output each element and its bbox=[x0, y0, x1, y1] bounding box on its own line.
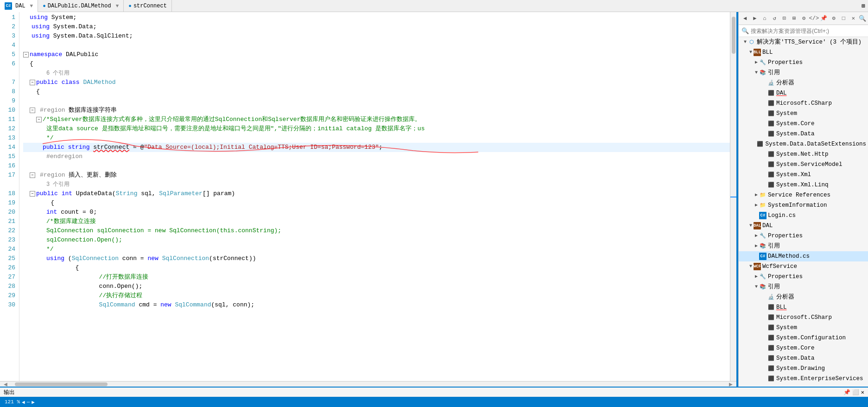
bll-ref-sysdataext[interactable]: ▶ ⬛ System.Data.DataSetExtensions bbox=[739, 139, 868, 149]
sol-close-btn[interactable]: ✕ bbox=[849, 14, 858, 23]
code-line-13: */ bbox=[23, 134, 730, 143]
wcf-ref-syscore[interactable]: ▶ ⬛ System.Core bbox=[739, 343, 868, 353]
sol-tools-btn[interactable]: ⚙ bbox=[799, 14, 808, 23]
wcf-project[interactable]: ▼ WCF WcfService bbox=[739, 261, 868, 272]
dal-references[interactable]: ▶ 📚 引用 bbox=[739, 241, 868, 251]
output-float-icon[interactable]: ⬜ bbox=[852, 389, 859, 396]
tab-strconnect-label: strConnect bbox=[133, 3, 167, 9]
dal-dalmethod-cs[interactable]: ▶ C# DALMethod.cs bbox=[739, 251, 868, 261]
wcf-ref-sysent[interactable]: ▶ ⬛ System.EnterpriseServices bbox=[739, 374, 868, 384]
wcf-sysconfg-label: System.Configuration bbox=[776, 333, 846, 343]
dal-properties[interactable]: ▶ 🔧 Properties bbox=[739, 231, 868, 241]
sol-expand-btn[interactable]: □ bbox=[839, 14, 848, 23]
sol-search-icon[interactable]: 🔍 bbox=[859, 15, 866, 22]
output-pin-icon[interactable]: 📌 bbox=[843, 389, 850, 396]
line-numbers: 1 2 3 4 5 6 7 8 9 10 11 12 13 14 15 16 bbox=[0, 12, 19, 381]
solution-root[interactable]: ▼ ⬡ 解决方案'TTS_Service' (3 个项目) bbox=[739, 37, 868, 47]
collapse-18[interactable]: − bbox=[30, 191, 35, 197]
wcf-sysdata-label: System.Data bbox=[776, 353, 815, 363]
bll-ref-dal[interactable]: ▶ ⬛ DAL bbox=[739, 88, 868, 98]
bll-ref-syssvcmodel[interactable]: ▶ ⬛ System.ServiceModel bbox=[739, 159, 868, 170]
bll-service-references[interactable]: ▶ 📁 Service References bbox=[739, 190, 868, 200]
wcf-references[interactable]: ▼ 📚 引用 bbox=[739, 282, 868, 292]
wcf-sysent-label: System.EnterpriseServices bbox=[776, 374, 863, 384]
solution-search-input[interactable] bbox=[751, 28, 865, 34]
sol-settings-btn[interactable]: ⚙ bbox=[830, 14, 838, 23]
sol-back-btn[interactable]: ◀ bbox=[741, 14, 749, 23]
editor-expand-btn[interactable]: ⊞ bbox=[859, 0, 868, 12]
wcf-ref-mscsharp[interactable]: ▶ ⬛ Microsoft.CSharp bbox=[739, 312, 868, 323]
code-line-21: /*数据库建立连接 bbox=[23, 217, 730, 226]
wcf-ref-analyzer[interactable]: ▶ 🔬 分析器 bbox=[739, 292, 868, 302]
bll-syssvcmodel-label: System.ServiceModel bbox=[776, 159, 843, 170]
bll-login-cs[interactable]: ▶ C# Login.cs bbox=[739, 210, 868, 221]
search-glass-icon: 🔍 bbox=[741, 27, 749, 35]
sol-collapse-all-btn[interactable]: ⊡ bbox=[780, 14, 789, 23]
collapse-10[interactable]: − bbox=[30, 108, 35, 113]
sol-home-btn[interactable]: ⌂ bbox=[760, 14, 769, 23]
bll-sysxmllinq-label: System.Xml.Linq bbox=[776, 180, 829, 190]
bll-ref-sysxml[interactable]: ▶ ⬛ System.Xml bbox=[739, 170, 868, 180]
code-line-23: sqlConnection.Open(); bbox=[23, 235, 730, 245]
collapse-7[interactable]: − bbox=[30, 80, 35, 85]
zoom-decrease-btn[interactable]: ◀ bbox=[22, 399, 25, 405]
bll-ref-sysdata[interactable]: ▶ ⬛ System.Data bbox=[739, 129, 868, 139]
code-line-2: using System.Data; bbox=[23, 22, 730, 32]
tab-strconnect[interactable]: ● strConnect bbox=[124, 0, 172, 12]
output-close-icon[interactable]: ✕ bbox=[861, 389, 864, 396]
right-scrollbar[interactable] bbox=[730, 12, 736, 381]
tab-dalmethod-label: DALPublic.DALMethod bbox=[48, 3, 111, 9]
bll-properties-label: Properties bbox=[768, 57, 803, 68]
wcf-properties[interactable]: ▶ 🔧 Properties bbox=[739, 272, 868, 282]
tab-dalmethod[interactable]: ● DALPublic.DALMethod ▼ bbox=[38, 0, 124, 12]
scroll-left-btn[interactable]: ◀ bbox=[1, 381, 10, 387]
solution-search: 🔍 bbox=[739, 25, 868, 37]
sol-show-all-btn[interactable]: ⊞ bbox=[790, 14, 798, 23]
strconnect-icon: ● bbox=[128, 3, 132, 9]
collapse-17[interactable]: − bbox=[30, 172, 35, 178]
wcf-ref-bll[interactable]: ▶ ⬛ BLL bbox=[739, 302, 868, 312]
wcf-ref-system[interactable]: ▶ ⬛ System bbox=[739, 323, 868, 333]
dal-project[interactable]: ▼ DAL DAL bbox=[739, 221, 868, 231]
bll-properties[interactable]: ▶ 🔧 Properties bbox=[739, 57, 868, 68]
solution-icon: ⬡ bbox=[748, 38, 755, 46]
collapse-11[interactable]: − bbox=[36, 117, 42, 122]
sol-forward-btn[interactable]: ▶ bbox=[750, 14, 759, 23]
wcf-analyzer-label: 分析器 bbox=[776, 292, 794, 302]
solution-tree: ▼ ⬡ 解决方案'TTS_Service' (3 个项目) ▼ BLL BLL … bbox=[739, 37, 868, 387]
tab-dal[interactable]: C# DAL ▼ bbox=[0, 0, 38, 12]
dalmethod-cs-icon: C# bbox=[759, 253, 767, 260]
ref-icon-sysmdl2: ⬛ bbox=[767, 120, 775, 127]
bll-systeminfo-folder[interactable]: ▶ 📁 SystemInformation bbox=[739, 200, 868, 210]
bll-ref-sysxmllinq[interactable]: ▶ ⬛ System.Xml.Linq bbox=[739, 180, 868, 190]
analyzer-icon-bll: 🔬 bbox=[767, 79, 775, 87]
sol-refresh-btn[interactable]: ↺ bbox=[770, 14, 779, 23]
bottom-scrollbar[interactable]: ◀ ▶ bbox=[0, 381, 736, 387]
code-content[interactable]: using System; using System.Data; using S… bbox=[19, 12, 730, 381]
collapse-5[interactable]: − bbox=[23, 52, 29, 57]
wcf-ref-sysconfg[interactable]: ▶ ⬛ System.Configuration bbox=[739, 333, 868, 343]
sol-code-btn[interactable]: </> bbox=[809, 14, 818, 23]
bll-references[interactable]: ▼ 📚 引用 bbox=[739, 68, 868, 78]
bll-ref-mscsharp[interactable]: ▶ ⬛ Microsoft.CSharp bbox=[739, 98, 868, 108]
bll-ref-systemcore[interactable]: ▶ ⬛ System.Core bbox=[739, 119, 868, 129]
zoom-increase-btn[interactable]: ▶ bbox=[32, 399, 35, 405]
sol-pin-btn[interactable]: 📌 bbox=[819, 14, 828, 23]
tab-dal-dropdown[interactable]: ▼ bbox=[30, 3, 33, 9]
scrollbar-thumb[interactable] bbox=[732, 17, 735, 54]
bll-ref-system[interactable]: ▶ ⬛ System bbox=[739, 108, 868, 119]
bottom-thumb[interactable] bbox=[15, 382, 108, 386]
ref-icon-bll2: ⬛ bbox=[767, 304, 775, 311]
output-icons: 📌 ⬜ ✕ bbox=[843, 389, 864, 396]
wcf-ref-sysdrawing[interactable]: ▶ ⬛ System.Drawing bbox=[739, 363, 868, 374]
code-line-7: − public class DALMethod bbox=[23, 78, 730, 87]
wcf-ref-sysdata[interactable]: ▶ ⬛ System.Data bbox=[739, 353, 868, 363]
wcf-arrow: ▼ bbox=[748, 264, 754, 269]
bll-system-label: System bbox=[776, 108, 797, 119]
tab-dalmethod-dropdown[interactable]: ▼ bbox=[116, 3, 119, 9]
bll-ref-sysnethttp[interactable]: ▶ ⬛ System.Net.Http bbox=[739, 149, 868, 159]
bll-project[interactable]: ▼ BLL BLL bbox=[739, 47, 868, 57]
bll-ref-analyzer[interactable]: ▶ 🔬 分析器 bbox=[739, 78, 868, 88]
tab-dal-label: DAL bbox=[15, 3, 25, 9]
scroll-right-btn[interactable]: ▶ bbox=[726, 381, 735, 387]
